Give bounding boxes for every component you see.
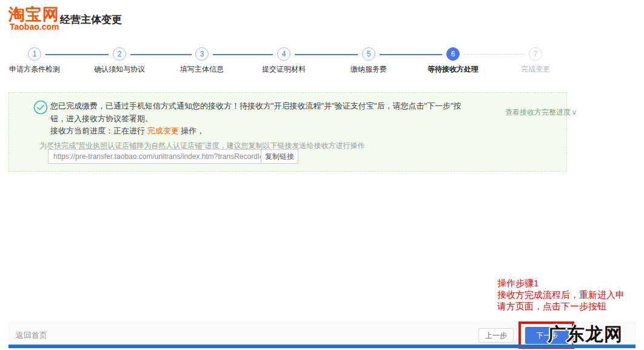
copy-link-button[interactable]: 复制链接 [261,149,298,164]
taobao-logo-en: Taobao.com [10,22,59,32]
step-5-label: 缴纳服务费 [326,64,411,75]
annotation-line-2: 接收方完成流程后，重新进入申 [497,289,644,300]
step-3: 3 填写主体信息 [159,47,244,75]
progress-prefix: 接收方当前进度：正在进行 [50,126,147,135]
step-4-label: 提交证明材料 [241,64,326,75]
chevron-down-icon: ∨ [572,109,577,116]
step-7-circle: 7 [529,47,542,61]
progress-highlight: 完成变更 [147,126,179,135]
step-1-label: 申请方条件检测 [0,64,77,75]
annotation-line-3: 请方页面，点击下一步按钮 [497,300,644,312]
page-title: 经营主体变更 [60,13,122,27]
annotation-line-1: 操作步骤1 [497,277,644,289]
step-6: 6 等待接收方处理 [411,47,495,75]
back-home-link[interactable]: 返回首页 [16,330,47,341]
watermark-text: 广东龙网 [548,322,623,347]
notice-main-text: 您已完成缴费，已通过手机短信方式通知您的接收方！待接收方"开启接收流程"并"验证… [50,99,476,125]
view-full-progress-link[interactable]: 查看接收方完整进度∨ [505,107,577,118]
step-4: 4 提交证明材料 [241,47,326,75]
view-link-label: 查看接收方完整进度 [505,108,571,116]
step-2-circle: 2 [113,47,126,61]
step-2: 2 确认须知与协议 [77,47,162,75]
transfer-url-field[interactable]: https://pre-transfer.taobao.com/unitrans… [48,149,261,164]
step-6-circle: 6 [446,47,460,61]
step-7-label: 完成变更 [493,64,578,75]
step-1-circle: 1 [28,47,41,61]
step-3-label: 填写主体信息 [159,64,244,75]
step-2-label: 确认须知与协议 [77,64,162,75]
notice-box: 您已完成缴费，已通过手机短信方式通知您的接收方！待接收方"开启接收流程"并"验证… [8,92,567,172]
step-5: 5 缴纳服务费 [326,47,411,75]
page: 淘宝网 Taobao.com 经营主体变更 1 申请方条件检测 2 确认须知与协… [0,0,644,350]
red-annotation: 操作步骤1 接收方完成流程后，重新进入申 请方页面，点击下一步按钮 [497,277,644,312]
step-6-label: 等待接收方处理 [411,64,495,75]
check-circle-icon [33,100,48,115]
notice-progress-line: 接收方当前进度：正在进行 完成变更 操作， [50,126,204,136]
prev-step-button[interactable]: 上一步 [478,328,514,343]
step-5-circle: 5 [362,47,375,61]
step-4-circle: 4 [277,47,290,61]
step-1: 1 申请方条件检测 [0,47,77,75]
step-3-circle: 3 [195,47,209,61]
step-7: 7 完成变更 [493,47,578,75]
url-row: https://pre-transfer.taobao.com/unitrans… [48,149,298,164]
progress-suffix: 操作， [179,126,205,135]
bottom-blue-bar [8,345,636,348]
